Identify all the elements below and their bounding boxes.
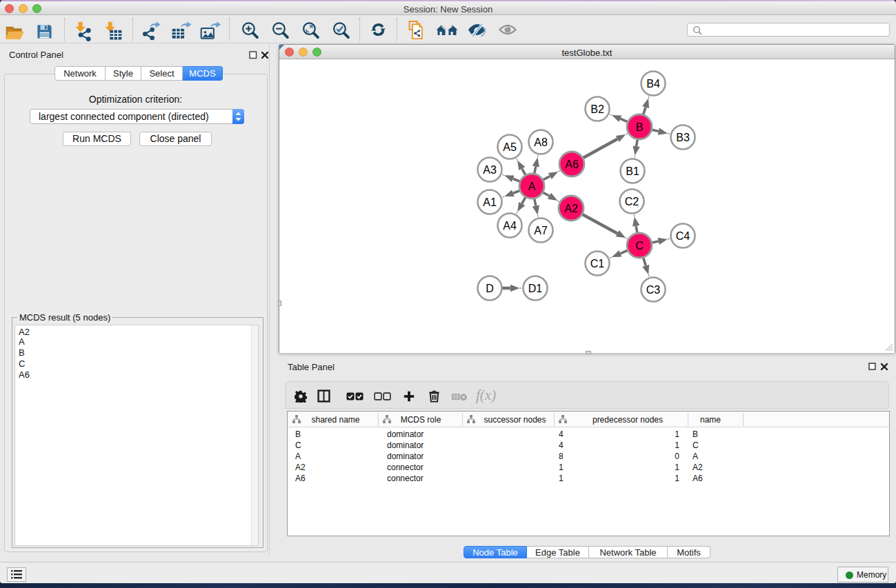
svg-text:B3: B3 xyxy=(676,132,690,143)
svg-text:A2: A2 xyxy=(564,203,578,214)
svg-text:A4: A4 xyxy=(503,220,517,232)
svg-text:C: C xyxy=(635,240,644,252)
svg-text:A8: A8 xyxy=(534,136,548,148)
svg-text:B: B xyxy=(636,121,644,133)
svg-text:A7: A7 xyxy=(534,225,548,236)
svg-text:B1: B1 xyxy=(626,165,639,177)
svg-text:A6: A6 xyxy=(565,159,579,170)
svg-text:C1: C1 xyxy=(590,258,605,270)
svg-text:C2: C2 xyxy=(625,196,639,207)
svg-text:A3: A3 xyxy=(483,164,497,176)
svg-text:A1: A1 xyxy=(483,196,497,208)
svg-text:C3: C3 xyxy=(646,284,661,296)
svg-text:A5: A5 xyxy=(503,141,517,153)
svg-text:D1: D1 xyxy=(528,283,543,294)
svg-text:A: A xyxy=(528,181,536,192)
svg-text:B4: B4 xyxy=(646,78,660,90)
svg-text:B2: B2 xyxy=(590,103,604,115)
svg-text:D: D xyxy=(486,283,494,294)
svg-text:C4: C4 xyxy=(676,230,690,242)
